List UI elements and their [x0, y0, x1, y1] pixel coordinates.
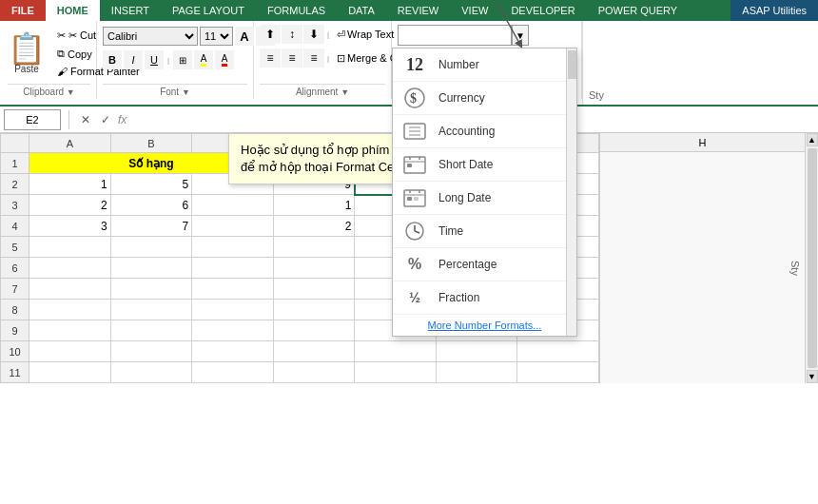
underline-button[interactable]: U — [145, 50, 164, 69]
table-row: 11 — [1, 362, 599, 383]
nf-short-date-label: Short Date — [438, 158, 493, 171]
font-color-button[interactable]: A — [215, 50, 234, 69]
nf-item-currency[interactable]: $ Currency — [393, 82, 576, 115]
scrollbar-thumb[interactable] — [568, 50, 576, 79]
svg-rect-11 — [407, 164, 412, 167]
tab-developer[interactable]: DEVELOPER — [499, 0, 586, 21]
tab-insert[interactable]: INSERT — [100, 0, 161, 21]
nf-item-accounting[interactable]: Accounting — [393, 115, 576, 148]
nf-percentage-label: Percentage — [438, 258, 497, 271]
scroll-up-button[interactable]: ▲ — [807, 133, 818, 146]
tab-file[interactable]: FILE — [0, 0, 46, 21]
styles-side-label: Sty — [600, 152, 805, 383]
svg-text:$: $ — [410, 91, 417, 106]
row-num-3: 3 — [1, 195, 29, 216]
scrollbar-track[interactable] — [808, 148, 817, 368]
cell-b2[interactable]: 5 — [110, 174, 192, 195]
cell-a2[interactable]: 1 — [29, 174, 111, 195]
right-panel: H Sty — [599, 133, 805, 383]
nf-item-number[interactable]: 12 Number — [393, 48, 576, 82]
font-group-label: Font ▼ — [103, 84, 247, 97]
wrap-text-button[interactable]: ⏎ Wrap Text — [332, 27, 399, 43]
clipboard-label: Clipboard ▼ — [8, 84, 90, 97]
cell-a3[interactable]: 2 — [29, 195, 111, 216]
col-header-rownum — [1, 134, 29, 153]
tab-data[interactable]: DATA — [337, 0, 386, 21]
top-align-button[interactable]: ⬆ — [260, 25, 281, 44]
number-format-dropdown: 12 Number $ Currency — [392, 48, 577, 337]
middle-align-button[interactable]: ↕ — [282, 25, 302, 44]
dropdown-scrollbar[interactable] — [566, 48, 576, 336]
tab-home[interactable]: HOME — [46, 0, 100, 21]
scroll-down-button[interactable]: ▼ — [807, 370, 818, 383]
row-num-4: 4 — [1, 216, 29, 237]
alignment-label: Alignment ▼ — [260, 84, 385, 97]
scissors-icon: ✂ — [57, 29, 66, 42]
paste-icon: 📋 — [8, 33, 46, 64]
tab-review[interactable]: REVIEW — [386, 0, 450, 21]
borders-button[interactable]: ⊞ — [173, 50, 192, 69]
short-date-icon — [400, 152, 429, 177]
more-formats-link[interactable]: More Number Formats... — [393, 315, 576, 336]
italic-button[interactable]: I — [124, 50, 143, 69]
tab-power-query[interactable]: POWER QUERY — [587, 0, 690, 21]
currency-icon: $ — [400, 86, 429, 110]
nf-time-label: Time — [438, 224, 463, 238]
confirm-formula-button[interactable]: ✓ — [97, 111, 114, 128]
merge-icon: ⊡ — [337, 52, 345, 65]
svg-rect-16 — [407, 197, 412, 201]
col-header-a[interactable]: A — [29, 134, 111, 153]
row-num-1: 1 — [1, 153, 29, 174]
table-row: 10 — [1, 341, 599, 362]
nf-fraction-label: Fraction — [438, 291, 479, 304]
nf-item-short-date[interactable]: Short Date — [393, 148, 576, 182]
cell-d4[interactable]: 2 — [273, 216, 355, 237]
cell-reference-input[interactable] — [4, 109, 61, 130]
format-painter-icon: 🖌 — [57, 66, 68, 77]
right-align-button[interactable]: ≡ — [303, 48, 324, 68]
nf-item-fraction[interactable]: ½ Fraction — [393, 281, 576, 315]
number-format-dropdown-button[interactable]: ▼ — [512, 25, 529, 46]
col-header-b[interactable]: B — [110, 134, 192, 153]
cell-c4[interactable] — [192, 216, 274, 237]
nf-item-time[interactable]: Time — [393, 215, 576, 248]
left-align-button[interactable]: ≡ — [260, 48, 281, 68]
tab-asap[interactable]: ASAP Utilities — [730, 0, 818, 21]
svg-rect-17 — [414, 197, 419, 201]
vertical-scrollbar[interactable]: ▲ ▼ — [805, 133, 818, 383]
copy-icon: ⧉ — [57, 48, 65, 60]
paste-label: Paste — [14, 64, 39, 74]
font-size-select[interactable]: 11 — [200, 27, 233, 46]
bottom-align-button[interactable]: ⬇ — [303, 25, 324, 44]
tab-formulas[interactable]: FORMULAS — [256, 0, 337, 21]
number-icon: 12 — [400, 52, 429, 77]
row-num-2: 2 — [1, 174, 29, 195]
cell-a4[interactable]: 3 — [29, 216, 111, 237]
cell-b4[interactable]: 7 — [110, 216, 192, 237]
alignment-group: ⬆ ↕ ⬇ | ⏎ Wrap Text ≡ ≡ ≡ | ⊡ M — [254, 21, 392, 99]
percentage-icon: % — [400, 252, 429, 277]
fx-label: fx — [118, 113, 127, 126]
styles-group: Sty — [582, 21, 610, 105]
cell-c3[interactable] — [192, 195, 274, 216]
tab-page-layout[interactable]: PAGE LAYOUT — [161, 0, 256, 21]
nf-accounting-label: Accounting — [438, 125, 495, 138]
fraction-icon: ½ — [400, 285, 429, 310]
cell-d3[interactable]: 1 — [273, 195, 355, 216]
long-date-icon — [400, 185, 429, 210]
cancel-formula-button[interactable]: ✕ — [77, 111, 94, 128]
nf-currency-label: Currency — [438, 91, 485, 105]
paste-button[interactable]: 📋 Paste — [8, 33, 46, 74]
col-header-h[interactable]: H — [600, 133, 805, 152]
cell-b3[interactable]: 6 — [110, 195, 192, 216]
font-grow-button[interactable]: A — [235, 27, 254, 46]
tab-view[interactable]: VIEW — [450, 0, 499, 21]
nf-item-percentage[interactable]: % Percentage — [393, 248, 576, 281]
bold-button[interactable]: B — [103, 50, 122, 69]
nf-item-long-date[interactable]: Long Date — [393, 182, 576, 215]
styles-label: Sty — [589, 89, 604, 101]
center-align-button[interactable]: ≡ — [282, 48, 302, 68]
fill-color-button[interactable]: A — [194, 50, 213, 69]
number-format-input[interactable] — [398, 25, 512, 46]
font-name-select[interactable]: Calibri — [103, 27, 198, 46]
